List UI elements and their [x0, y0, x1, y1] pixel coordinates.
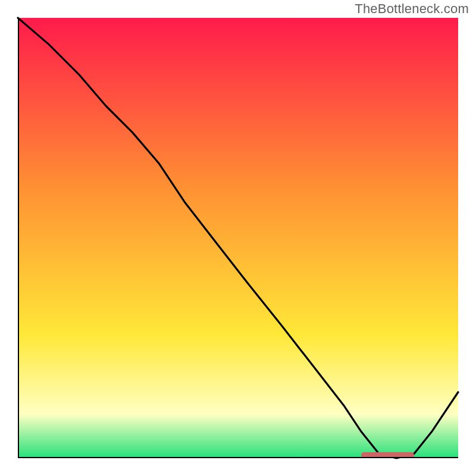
optimal-range-marker [361, 452, 414, 458]
plot-area [18, 18, 458, 458]
bottleneck-curve [18, 18, 458, 458]
watermark-text: TheBottleneck.com [355, 1, 469, 17]
